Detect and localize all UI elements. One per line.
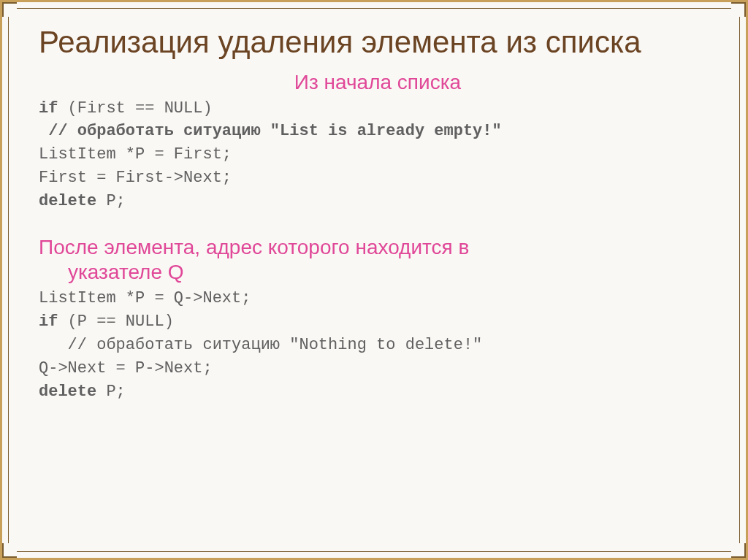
keyword-if: if (39, 312, 58, 331)
code-comment: // обработать ситуацию "List is already … (48, 122, 502, 140)
code-text: First = First->Next; (39, 169, 232, 187)
corner-decoration (731, 2, 746, 17)
keyword-delete: delete (39, 383, 96, 401)
code-text: ListItem *P = First; (39, 145, 232, 164)
keyword-delete: delete (39, 192, 96, 210)
content-area: Реализация удаления элемента из списка И… (39, 24, 717, 536)
code-text: (First == NULL) (58, 99, 212, 118)
code-text: ListItem *P = Q->Next; (39, 289, 251, 307)
section1-heading: Из начала списка (39, 71, 717, 94)
code-text: P; (96, 192, 126, 210)
keyword-if: if (39, 99, 58, 118)
code-text (39, 122, 48, 140)
section2-heading: После элемента, адрес которого находится… (39, 235, 717, 284)
code-text (39, 336, 68, 354)
code-block-2: ListItem *P = Q->Next; if (P == NULL) //… (39, 287, 717, 403)
code-text: Q->Next = P->Next; (39, 359, 213, 377)
code-text: P; (96, 383, 126, 401)
code-text: (P == NULL) (58, 312, 173, 331)
code-comment: // обработать ситуацию "Nothing to delet… (68, 336, 483, 354)
heading-line2: указателе Q (39, 260, 717, 285)
corner-decoration (731, 543, 746, 558)
slide: Реализация удаления элемента из списка И… (0, 0, 748, 560)
heading-line1: После элемента, адрес которого находится… (39, 236, 469, 258)
slide-title: Реализация удаления элемента из списка (39, 24, 717, 61)
corner-decoration (2, 2, 17, 17)
corner-decoration (2, 543, 17, 558)
code-block-1: if (First == NULL) // обработать ситуаци… (39, 97, 717, 213)
